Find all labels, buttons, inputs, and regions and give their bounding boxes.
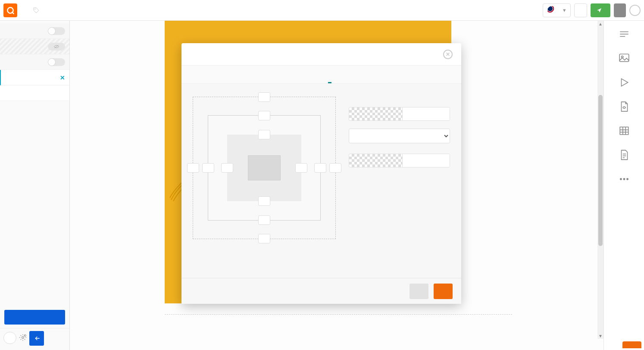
border-top-input[interactable] [258,111,270,120]
tab-design-options[interactable] [328,73,331,83]
hidden-toggle[interactable] [48,43,65,50]
insert-toolbar [603,21,644,350]
padding-left-input[interactable] [221,163,233,173]
select-background-color-button[interactable] [402,154,450,167]
text-icon [618,28,631,40]
section-toc[interactable] [0,39,69,54]
svg-point-19 [623,178,625,180]
chevron-down-icon: ▾ [563,7,566,13]
svg-point-18 [620,178,621,180]
pdf-icon [618,101,631,112]
image-icon [618,53,631,64]
more-icon [618,173,631,185]
scroll-down-icon[interactable]: ▼ [597,333,603,339]
tag-icon [33,7,40,14]
border-style-select[interactable] [349,129,450,143]
margin-left-input[interactable] [187,163,199,173]
svg-point-3 [22,336,24,338]
modal-close-button[interactable] [410,284,428,299]
modal-save-button[interactable] [434,284,453,299]
tool-pdf[interactable] [618,101,631,115]
tool-videos[interactable] [618,77,631,91]
currency-selector[interactable]: ▾ [543,3,571,17]
help-icon[interactable] [629,5,641,16]
svg-point-1 [34,9,35,9]
border-color-picker[interactable] [349,107,450,121]
review-send-button[interactable] [591,3,610,17]
spreadsheet-icon [618,125,631,136]
support-button[interactable] [622,341,641,348]
video-icon [618,77,631,88]
app-logo[interactable] [3,3,17,17]
image-settings-modal: ✕ [181,43,461,304]
tool-spreadsheet[interactable] [618,125,631,139]
visibility-toggle[interactable] [48,58,65,66]
sections-sidebar: ✕ [0,21,70,350]
vertical-scrollbar[interactable]: ▲ ▼ [597,21,603,339]
margin-top-input[interactable] [258,92,270,102]
svg-point-20 [626,178,628,180]
padding-top-input[interactable] [258,130,270,139]
modal-close-icon[interactable]: ✕ [443,50,453,59]
svg-rect-8 [619,54,629,61]
pdf-footer-marker [165,314,512,315]
eye-off-icon [53,44,59,49]
flag-icon [547,6,556,15]
section-more-information[interactable]: ✕ [0,70,69,85]
box-model-editor [193,97,336,239]
section-whats-next[interactable] [0,85,69,101]
arrow-left-icon [33,335,40,342]
margin-right-input[interactable] [329,163,341,173]
section-pricing[interactable] [0,54,69,70]
padding-right-input[interactable] [295,163,307,173]
tab-general[interactable] [312,75,315,83]
settings-icon[interactable] [19,334,27,344]
visibility-toggle[interactable] [48,27,65,35]
scroll-up-icon[interactable]: ▲ [597,21,603,27]
save-button[interactable] [574,3,587,17]
select-border-color-button[interactable] [402,107,450,120]
tool-forms[interactable] [618,149,631,163]
form-icon [618,149,631,161]
margin-bottom-input[interactable] [258,234,270,243]
top-header: ▾ [0,0,644,21]
add-section-button[interactable] [4,310,65,325]
content-box [248,155,281,180]
radius-input[interactable] [314,163,326,173]
tool-images[interactable] [618,53,631,66]
collapse-sidebar-button[interactable] [29,331,44,346]
close-button[interactable] [614,3,626,17]
send-icon [597,8,602,13]
tool-text[interactable] [618,28,631,42]
color-swatch [349,107,402,120]
padding-bottom-input[interactable] [258,196,270,206]
close-icon[interactable]: ✕ [60,74,65,81]
background-color-picker[interactable] [349,154,450,167]
price-display [33,7,42,14]
color-swatch [349,154,402,167]
show-toggle[interactable] [3,332,16,344]
border-left-input[interactable] [202,163,214,173]
border-bottom-input[interactable] [258,215,270,225]
scroll-thumb[interactable] [598,95,603,246]
section-cover-page[interactable] [0,23,69,39]
svg-rect-10 [620,127,628,134]
tool-more[interactable] [618,173,631,187]
